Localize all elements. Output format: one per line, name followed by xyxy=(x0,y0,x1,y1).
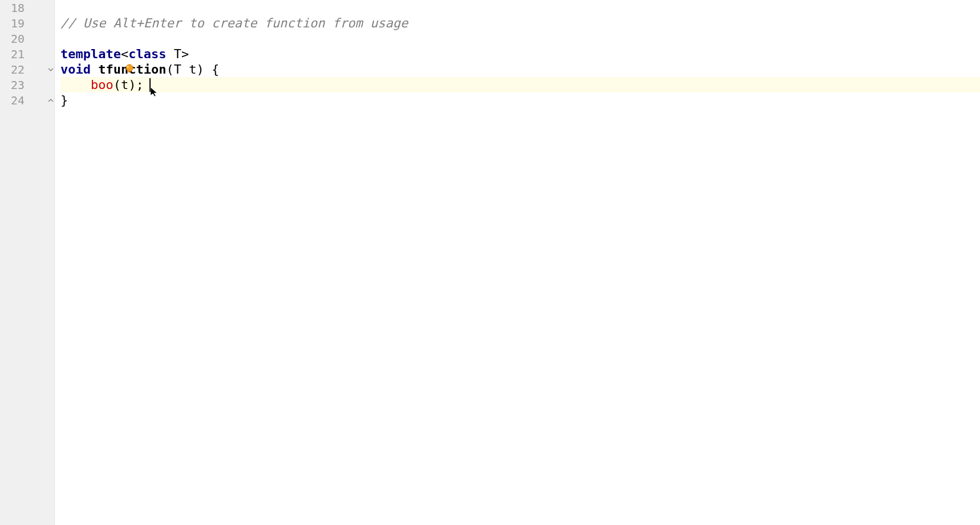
fold-open-icon[interactable] xyxy=(47,66,54,73)
params: (T t) { xyxy=(166,62,219,76)
code-line-18[interactable] xyxy=(60,0,980,15)
call-args: (t); xyxy=(114,78,144,92)
mouse-cursor-icon xyxy=(149,86,160,98)
svg-point-2 xyxy=(127,66,129,68)
editor-gutter: 18 19 20 21 22 23 24 xyxy=(0,0,55,525)
code-line-24[interactable]: } xyxy=(60,92,980,108)
line-number-text: 24 xyxy=(11,94,25,107)
code-line-23[interactable]: boo(t); xyxy=(60,77,980,92)
line-number-text: 22 xyxy=(11,63,25,76)
svg-point-0 xyxy=(126,64,133,71)
code-line-21[interactable]: template<class T> xyxy=(60,46,980,62)
code-line-19[interactable]: // Use Alt+Enter to create function from… xyxy=(60,15,980,31)
template-param: T> xyxy=(166,47,189,61)
fold-close-icon[interactable] xyxy=(47,97,54,104)
line-number[interactable]: 18 xyxy=(0,0,54,15)
line-number-text: 20 xyxy=(11,32,25,46)
code-line-22[interactable]: void tfunction(T t) { xyxy=(60,62,980,77)
code-editor[interactable]: // Use Alt+Enter to create function from… xyxy=(55,0,980,525)
code-line-20[interactable] xyxy=(60,31,980,46)
keyword-class: class xyxy=(128,47,166,61)
line-number-text: 23 xyxy=(11,78,25,92)
line-number[interactable]: 23 xyxy=(0,77,54,92)
symbol: < xyxy=(121,47,128,61)
keyword-void: void xyxy=(60,62,91,76)
keyword-template: template xyxy=(60,47,121,61)
space xyxy=(91,62,98,76)
unresolved-function: boo xyxy=(91,78,114,92)
line-number[interactable]: 24 xyxy=(0,92,54,108)
indent xyxy=(60,78,91,92)
intention-bulb-icon[interactable] xyxy=(124,63,135,73)
line-number-text: 18 xyxy=(11,1,25,15)
svg-rect-1 xyxy=(128,71,131,72)
close-brace: } xyxy=(60,93,68,107)
line-number[interactable]: 21 xyxy=(0,46,54,62)
line-number[interactable]: 22 xyxy=(0,62,54,77)
comment-text: // Use Alt+Enter to create function from… xyxy=(60,16,408,30)
line-number-text: 19 xyxy=(11,17,25,30)
line-number[interactable]: 20 xyxy=(0,31,54,46)
line-number[interactable]: 19 xyxy=(0,15,54,31)
line-number-text: 21 xyxy=(11,47,25,61)
